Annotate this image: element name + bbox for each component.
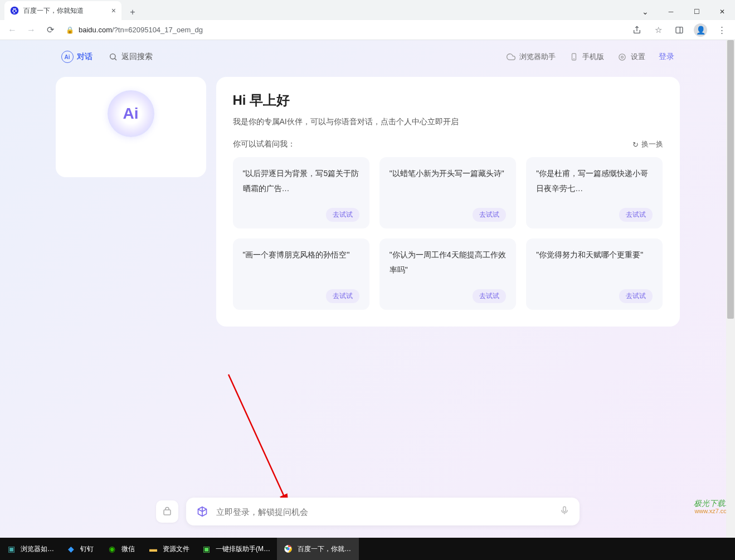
- try-button[interactable]: 去试试: [473, 208, 506, 222]
- refresh-icon: ↻: [632, 140, 639, 149]
- suggestion-card[interactable]: "你是杜甫，写一篇感慨快递小哥日夜辛劳七… 去试试: [526, 157, 663, 228]
- minimize-button[interactable]: ─: [658, 3, 684, 20]
- top-nav: Ai 对话 返回搜索 浏览器助手: [56, 40, 680, 74]
- svg-rect-10: [164, 510, 171, 515]
- app-icon: ▣: [6, 543, 17, 554]
- close-window-button[interactable]: ✕: [709, 3, 735, 20]
- nav-mobile-label: 手机版: [582, 52, 604, 62]
- nav-mobile[interactable]: 手机版: [569, 52, 604, 62]
- baidu-favicon-icon: [10, 6, 19, 15]
- chat-input-box[interactable]: [186, 498, 580, 525]
- dingtalk-icon: ◆: [65, 543, 76, 554]
- card-text: "你觉得努力和天赋哪个更重要": [536, 247, 653, 289]
- url-bar[interactable]: 🔒 baidu.com/?tn=62095104_17_oem_dg: [61, 26, 625, 34]
- svg-line-9: [228, 374, 287, 503]
- chat-input-area: [156, 498, 580, 525]
- nav-browser-helper[interactable]: 浏览器助手: [506, 52, 556, 62]
- ai-logo: Ai: [108, 90, 154, 137]
- svg-rect-5: [572, 53, 576, 60]
- try-button[interactable]: 去试试: [619, 208, 653, 222]
- card-text: "以蜡笔小新为开头写一篇藏头诗": [390, 166, 506, 208]
- chat-input[interactable]: [216, 507, 552, 517]
- nav-chat[interactable]: Ai 对话: [61, 51, 93, 63]
- star-icon[interactable]: ☆: [649, 22, 667, 38]
- nav-settings-label: 设置: [631, 52, 645, 62]
- folder-icon: ▬: [148, 543, 159, 554]
- svg-point-0: [11, 7, 19, 15]
- svg-line-4: [114, 59, 116, 60]
- taskbar: ▣ 浏览器如… ◆ 钉钉 ◉ 微信 ▬ 资源文件 ▣ 一键排版助手(MyE… 百…: [0, 538, 735, 560]
- annotation-arrow: [223, 369, 323, 514]
- try-button[interactable]: 去试试: [326, 289, 359, 303]
- lock-icon: 🔒: [66, 26, 74, 34]
- nav-chat-label: 对话: [77, 52, 93, 62]
- forward-button[interactable]: →: [23, 22, 39, 38]
- taskbar-item[interactable]: ◉ 微信: [101, 538, 142, 560]
- suggestion-card[interactable]: "你觉得努力和天赋哪个更重要" 去试试: [526, 238, 663, 310]
- card-text: "以后羿逐日为背景，写5篇关于防晒霜的广告…: [243, 166, 359, 208]
- greeting-title: Hi 早上好: [233, 91, 663, 109]
- card-text: "画一个赛博朋克风格的孙悟空": [243, 247, 359, 289]
- taskbar-label: 钉钉: [80, 544, 94, 554]
- search-icon: [108, 52, 118, 62]
- suggestion-card[interactable]: "画一个赛博朋克风格的孙悟空" 去试试: [233, 238, 369, 310]
- svg-point-3: [110, 54, 115, 59]
- taskbar-item[interactable]: 百度一下，你就知…: [277, 538, 359, 560]
- vertical-scrollbar[interactable]: [726, 40, 735, 538]
- try-button[interactable]: 去试试: [326, 208, 359, 222]
- profile-avatar[interactable]: 👤: [692, 22, 709, 38]
- ai-logo-text: Ai: [123, 105, 139, 123]
- page-content: Ai 对话 返回搜索 浏览器助手: [0, 40, 735, 538]
- refresh-label: 换一换: [641, 139, 663, 149]
- tab-close-icon[interactable]: ×: [111, 6, 116, 15]
- taskbar-item[interactable]: ◆ 钉钉: [60, 538, 101, 560]
- taskbar-label: 浏览器如…: [21, 544, 54, 554]
- suggestion-card[interactable]: "你认为一周工作4天能提高工作效率吗" 去试试: [379, 238, 516, 310]
- mic-icon[interactable]: [559, 505, 569, 518]
- card-text: "你认为一周工作4天能提高工作效率吗": [390, 247, 506, 289]
- app-icon: ▣: [201, 543, 212, 554]
- chrome-icon: [283, 543, 294, 554]
- browser-tab[interactable]: 百度一下，你就知道 ×: [4, 1, 121, 20]
- cube-icon: [196, 505, 208, 518]
- wechat-icon: ◉: [106, 543, 118, 554]
- new-tab-button[interactable]: +: [125, 4, 140, 20]
- prompt-label: 你可以试着问我：: [233, 139, 295, 149]
- nav-back-search-label: 返回搜索: [121, 52, 153, 62]
- phone-icon: [569, 52, 579, 62]
- suggestion-card[interactable]: "以蜡笔小新为开头写一篇藏头诗" 去试试: [379, 157, 516, 228]
- share-icon[interactable]: [628, 22, 646, 38]
- tool-button[interactable]: [156, 500, 178, 523]
- nav-back-search[interactable]: 返回搜索: [108, 52, 153, 62]
- chevron-down-icon[interactable]: ⌄: [632, 3, 658, 20]
- browser-titlebar: 百度一下，你就知道 × + ⌄ ─ ☐ ✕: [0, 0, 735, 20]
- sidepanel-icon[interactable]: [670, 22, 688, 38]
- try-button[interactable]: 去试试: [473, 289, 506, 303]
- maximize-button[interactable]: ☐: [684, 3, 709, 20]
- svg-point-7: [621, 56, 624, 58]
- taskbar-label: 微信: [121, 544, 135, 554]
- nav-browser-helper-label: 浏览器助手: [519, 52, 556, 62]
- cloud-icon: [506, 52, 516, 62]
- reload-button[interactable]: ⟳: [42, 22, 58, 38]
- taskbar-item[interactable]: ▬ 资源文件: [142, 538, 195, 560]
- taskbar-label: 资源文件: [163, 544, 189, 554]
- refresh-button[interactable]: ↻ 换一换: [632, 139, 663, 149]
- try-button[interactable]: 去试试: [619, 289, 653, 303]
- back-button[interactable]: ←: [4, 22, 20, 38]
- taskbar-item[interactable]: ▣ 浏览器如…: [0, 538, 60, 560]
- taskbar-item[interactable]: ▣ 一键排版助手(MyE…: [195, 538, 277, 560]
- svg-point-8: [619, 53, 625, 60]
- ai-icon: Ai: [61, 51, 74, 63]
- gear-icon: [617, 52, 627, 62]
- svg-rect-1: [676, 27, 683, 33]
- scrollbar-thumb[interactable]: [727, 40, 734, 319]
- window-controls: ⌄ ─ ☐ ✕: [632, 3, 735, 20]
- suggestion-card[interactable]: "以后羿逐日为背景，写5篇关于防晒霜的广告… 去试试: [233, 157, 369, 228]
- main-card: Hi 早上好 我是你的专属AI伙伴，可以与你语音对话，点击个人中心立即开启 你可…: [216, 77, 680, 327]
- menu-icon[interactable]: ⋮: [713, 22, 731, 38]
- login-link[interactable]: 登录: [659, 52, 674, 62]
- sidebar-card: Ai: [56, 77, 206, 177]
- url-text: baidu.com/?tn=62095104_17_oem_dg: [79, 26, 203, 34]
- nav-settings[interactable]: 设置: [617, 52, 645, 62]
